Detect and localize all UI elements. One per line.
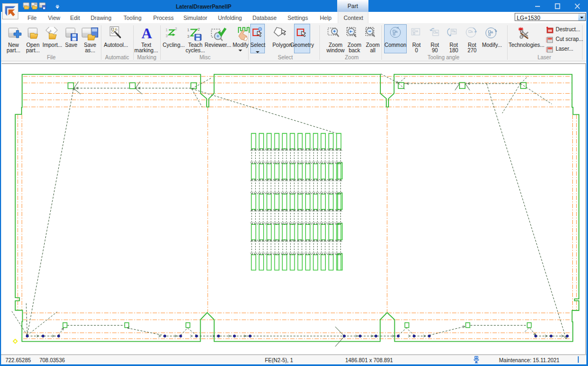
svg-text:3: 3: [166, 34, 168, 38]
svg-text:2: 2: [198, 27, 200, 31]
svg-text:3: 3: [187, 34, 189, 38]
svg-text:2: 2: [175, 27, 177, 31]
svg-text:1: 1: [166, 28, 168, 32]
svg-text:1: 1: [187, 28, 189, 32]
